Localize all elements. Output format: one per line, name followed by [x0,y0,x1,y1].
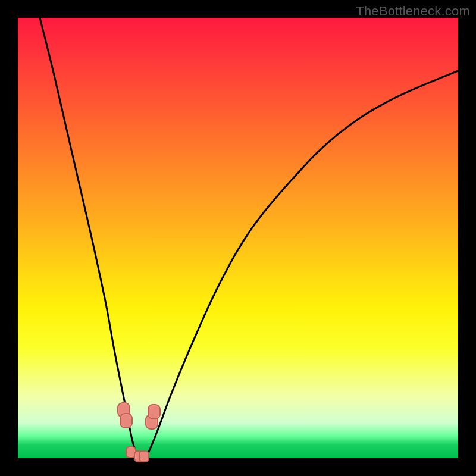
curve-right-branch [146,71,458,458]
data-marker [120,413,133,428]
chart-frame: TheBottleneck.com [0,0,476,476]
curve-left-branch [40,18,141,458]
plot-area [18,18,458,458]
attribution-text: TheBottleneck.com [356,4,470,19]
data-marker [139,450,149,462]
data-marker [148,404,161,419]
curve-layer [18,18,458,458]
